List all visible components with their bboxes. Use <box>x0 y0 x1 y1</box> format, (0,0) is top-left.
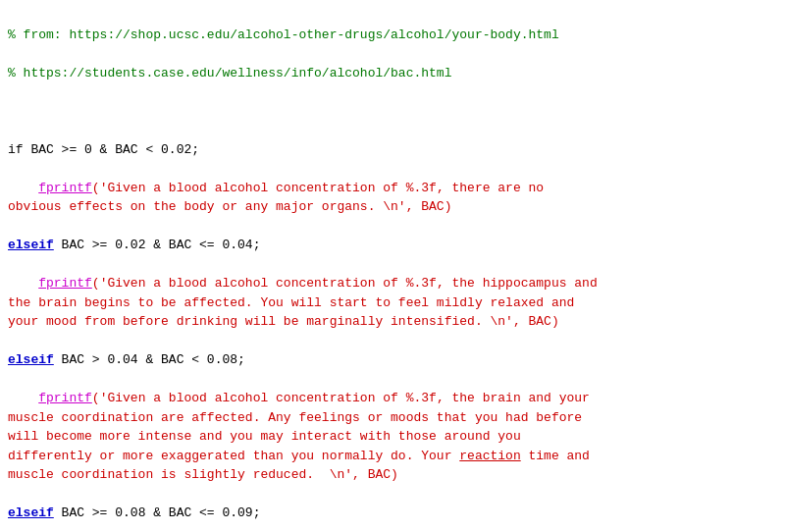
elseif-1-cond: BAC >= 0.02 & BAC <= 0.04; <box>54 238 261 252</box>
indent-1: fprintf('Given a blood alcohol concentra… <box>8 181 544 215</box>
string-3: ('Given a blood alcohol concentration of… <box>8 391 590 482</box>
elseif-3: elseif <box>8 505 54 520</box>
elseif-3-cond: BAC >= 0.08 & BAC <= 0.09; <box>54 505 261 520</box>
indent-3: fprintf('Given a blood alcohol concentra… <box>8 391 590 482</box>
comment-line-1: % from: https://shop.ucsc.edu/alcohol-ot… <box>8 27 559 42</box>
elseif-2: elseif <box>8 352 54 367</box>
reaction-underline: reaction <box>459 449 520 463</box>
elseif-1: elseif <box>8 238 54 252</box>
elseif-2-cond: BAC > 0.04 & BAC < 0.08; <box>54 352 245 367</box>
string-2: ('Given a blood alcohol concentration of… <box>8 276 598 329</box>
indent-2: fprintf('Given a blood alcohol concentra… <box>8 276 598 329</box>
code-editor: % from: https://shop.ucsc.edu/alcohol-ot… <box>0 0 785 532</box>
if-line: if BAC >= 0 & BAC < 0.02; <box>8 142 199 157</box>
fprintf-1: fprintf <box>38 181 92 195</box>
fprintf-3: fprintf <box>38 391 92 405</box>
fprintf-2: fprintf <box>38 276 92 291</box>
comment-line-2: % https://students.case.edu/wellness/inf… <box>8 66 451 80</box>
